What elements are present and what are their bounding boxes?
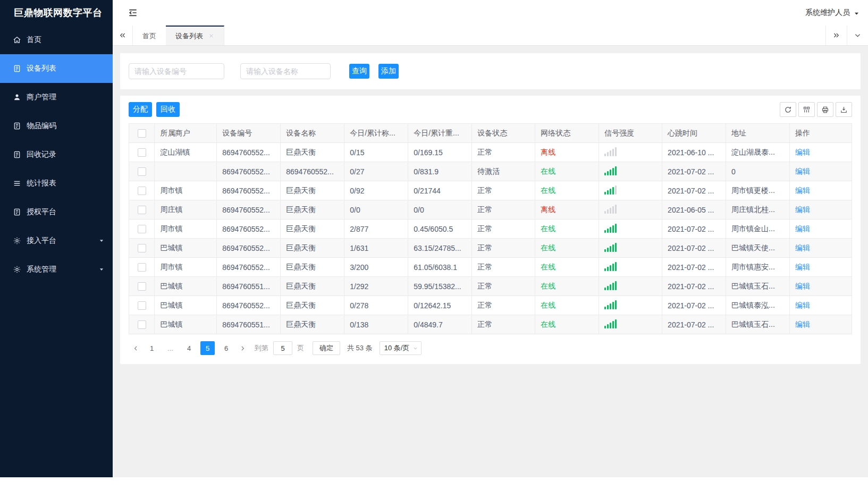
page-button-1[interactable]: 1 <box>145 341 159 355</box>
network-status-badge: 在线 <box>541 167 555 175</box>
signal-strength-icon <box>604 166 617 175</box>
actions-cell: 编辑 <box>790 239 852 258</box>
signal-strength-cell <box>599 181 662 200</box>
column-header: 心跳时间 <box>662 124 726 143</box>
add-button[interactable]: 添加 <box>378 64 399 79</box>
table-row: 周市镇8694760552...巨鼎天衡0/920/21744正常在线2021-… <box>129 181 852 200</box>
network-status-badge: 离线 <box>541 148 555 156</box>
page-button-5[interactable]: 5 <box>200 341 215 355</box>
prev-page-button[interactable] <box>129 341 142 355</box>
page-button-4[interactable]: 4 <box>182 341 196 355</box>
heartbeat-time-cell: 2021-07-02 ... <box>662 277 726 296</box>
tabs-menu-button[interactable] <box>847 26 868 45</box>
edit-link[interactable]: 编辑 <box>795 282 810 290</box>
app-title: 巨鼎物联网数字平台 <box>0 0 113 26</box>
row-checkbox[interactable] <box>138 282 146 291</box>
sidebar-item-merchant-management[interactable]: 商户管理 <box>0 83 113 112</box>
device-status-cell: 待激活 <box>472 162 535 181</box>
sidebar-item-home[interactable]: 首页 <box>0 26 113 54</box>
row-checkbox[interactable] <box>138 206 146 214</box>
device-number-input[interactable] <box>129 63 224 79</box>
sidebar-item-authorization-platform[interactable]: 授权平台 <box>0 198 113 226</box>
page-button-6[interactable]: 6 <box>219 341 233 355</box>
select-all-checkbox[interactable] <box>138 129 146 138</box>
tab-device-list[interactable]: 设备列表 <box>166 26 224 45</box>
jump-prefix-label: 到第 <box>255 343 268 353</box>
row-checkbox[interactable] <box>138 244 146 252</box>
row-checkbox[interactable] <box>138 263 146 272</box>
sidebar-item-device-list[interactable]: 设备列表 <box>0 54 113 83</box>
column-header: 地址 <box>726 124 790 143</box>
column-header: 操作 <box>790 124 852 143</box>
recycle-button[interactable]: 回收 <box>156 102 180 117</box>
address-cell: 周庄镇北桂... <box>726 200 790 220</box>
heartbeat-time-cell: 2021-06-05 ... <box>662 200 726 220</box>
sidebar-item-system-management[interactable]: 系统管理 <box>0 255 113 284</box>
caret-down-icon <box>854 11 859 16</box>
edit-link[interactable]: 编辑 <box>795 186 810 195</box>
edit-link[interactable]: 编辑 <box>795 167 810 175</box>
page-size-select[interactable]: 10 条/页 <box>380 341 422 355</box>
sidebar-item-item-coding[interactable]: 物品编码 <box>0 112 113 140</box>
columns-button[interactable] <box>798 102 815 117</box>
caret-down-icon <box>99 267 104 272</box>
search-panel: 查询 添加 <box>120 53 861 89</box>
today-total-weight-cell: 61.05/6038.1 <box>408 258 472 277</box>
edit-link[interactable]: 编辑 <box>795 301 810 309</box>
row-checkbox[interactable] <box>138 148 146 157</box>
edit-link[interactable]: 编辑 <box>795 224 810 233</box>
export-button[interactable] <box>836 102 852 117</box>
tab-home[interactable]: 首页 <box>133 26 166 45</box>
next-page-button[interactable] <box>235 341 249 355</box>
print-button[interactable] <box>817 102 833 117</box>
heartbeat-time-cell: 2021-07-02 ... <box>662 239 726 258</box>
table-row: 巴城镇8694760552...巨鼎天衡1/63163.15/24785...正… <box>129 239 852 258</box>
row-checkbox[interactable] <box>138 187 146 195</box>
refresh-button[interactable] <box>780 102 796 117</box>
row-checkbox[interactable] <box>138 167 146 176</box>
network-status-cell: 在线 <box>535 258 599 277</box>
user-menu[interactable]: 系统维护人员 <box>805 8 859 18</box>
actions-cell: 编辑 <box>790 258 852 277</box>
actions-cell: 编辑 <box>790 181 852 200</box>
actions-cell: 编辑 <box>790 277 852 296</box>
device-number-cell: 8694760552... <box>217 296 281 315</box>
row-checkbox[interactable] <box>138 225 146 233</box>
device-name-cell: 8694760552... <box>281 162 344 181</box>
user-icon <box>13 93 21 102</box>
pagination: 1...456 到第 页 确定 共 53 条 10 条/页 <box>129 334 852 364</box>
today-total-count-cell: 0/27 <box>344 162 408 181</box>
edit-link[interactable]: 编辑 <box>795 205 810 214</box>
device-name-input[interactable] <box>240 63 331 79</box>
table-row: 周市镇8694760552...巨鼎天衡2/8770.45/6050.5正常在线… <box>129 220 852 239</box>
query-button[interactable]: 查询 <box>349 64 369 79</box>
network-status-cell: 在线 <box>535 239 599 258</box>
sidebar-item-access-platform[interactable]: 接入平台 <box>0 226 113 255</box>
total-count-label: 共 53 条 <box>347 343 373 353</box>
sidebar-item-label: 物品编码 <box>27 121 106 131</box>
sidebar-item-recycle-records[interactable]: 回收记录 <box>0 140 113 169</box>
sidebar-collapse-icon[interactable] <box>128 7 138 18</box>
table-body: 淀山湖镇8694760552...巨鼎天衡0/150/169.15正常离线202… <box>129 143 852 334</box>
merchant-cell: 周市镇 <box>155 258 217 277</box>
jump-page-input[interactable] <box>273 341 292 355</box>
row-checkbox[interactable] <box>138 320 146 329</box>
user-name: 系统维护人员 <box>805 8 850 18</box>
tab-close-icon[interactable] <box>208 33 214 39</box>
edit-link[interactable]: 编辑 <box>795 320 810 328</box>
merchant-cell: 巴城镇 <box>155 239 217 258</box>
print-icon <box>821 106 829 114</box>
address-cell: 周市镇金山... <box>726 220 790 239</box>
edit-link[interactable]: 编辑 <box>795 148 810 156</box>
edit-link[interactable]: 编辑 <box>795 243 810 252</box>
confirm-button[interactable]: 确定 <box>313 341 340 355</box>
sidebar-item-statistics-report[interactable]: 统计报表 <box>0 169 113 198</box>
assign-button[interactable]: 分配 <box>129 102 152 117</box>
network-status-cell: 在线 <box>535 315 599 334</box>
row-checkbox[interactable] <box>138 301 146 310</box>
edit-link[interactable]: 编辑 <box>795 263 810 271</box>
tabs-scroll-left-button[interactable] <box>113 26 133 45</box>
list-icon <box>13 179 21 188</box>
device-name-cell: 巨鼎天衡 <box>281 277 344 296</box>
tabs-scroll-right-button[interactable] <box>825 26 847 45</box>
